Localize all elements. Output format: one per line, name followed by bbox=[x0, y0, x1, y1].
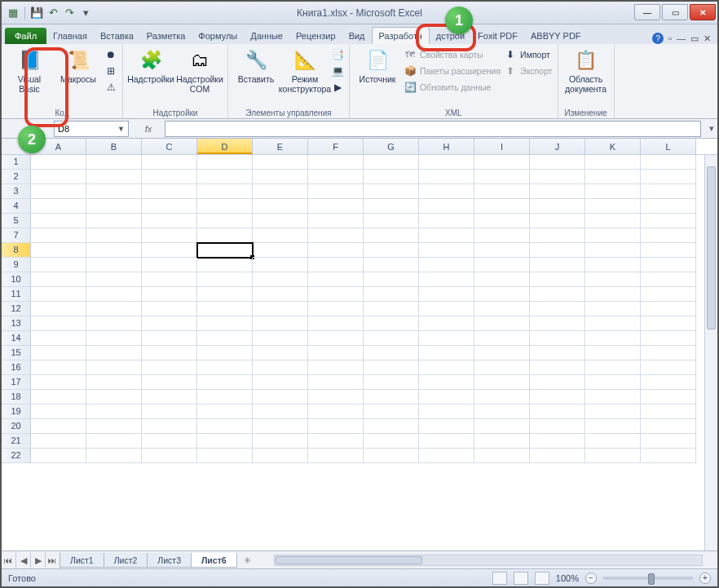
cell-E9[interactable] bbox=[253, 258, 308, 272]
row-header-14[interactable]: 14 bbox=[2, 331, 31, 346]
cell-G9[interactable] bbox=[364, 258, 419, 272]
cell-C17[interactable] bbox=[142, 375, 197, 390]
cell-H4[interactable] bbox=[419, 199, 474, 214]
cell-K12[interactable] bbox=[585, 302, 641, 316]
row-header-1[interactable]: 1 bbox=[2, 155, 31, 170]
cell-J21[interactable] bbox=[530, 434, 585, 449]
cell-D21[interactable] bbox=[197, 434, 253, 449]
cell-E21[interactable] bbox=[253, 434, 308, 449]
cell-H12[interactable] bbox=[419, 302, 474, 316]
cell-A18[interactable] bbox=[31, 390, 86, 405]
cell-A21[interactable] bbox=[31, 434, 86, 449]
cell-E10[interactable] bbox=[253, 272, 308, 287]
select-all-corner[interactable] bbox=[2, 139, 31, 154]
design-mode-button[interactable]: 📐 Режим конструктора bbox=[282, 46, 328, 94]
sheet-tab-Лист6[interactable]: Лист6 bbox=[191, 553, 237, 568]
col-header-H[interactable]: H bbox=[419, 139, 474, 154]
cell-E12[interactable] bbox=[253, 302, 308, 316]
cell-H13[interactable] bbox=[419, 316, 474, 331]
cell-H20[interactable] bbox=[419, 419, 474, 434]
row-header-22[interactable]: 22 bbox=[2, 449, 31, 463]
cell-K18[interactable] bbox=[585, 390, 641, 405]
col-header-F[interactable]: F bbox=[308, 139, 364, 154]
tab-insert[interactable]: Вставка bbox=[94, 28, 140, 44]
cell-I9[interactable] bbox=[474, 258, 530, 272]
cell-H16[interactable] bbox=[419, 360, 474, 375]
cell-E20[interactable] bbox=[253, 419, 308, 434]
row-header-10[interactable]: 10 bbox=[2, 272, 31, 287]
cell-I10[interactable] bbox=[474, 272, 530, 287]
addins-button[interactable]: 🧩 Надстройки bbox=[128, 46, 174, 85]
cell-L5[interactable] bbox=[641, 214, 696, 228]
cell-I1[interactable] bbox=[474, 155, 530, 170]
cell-A14[interactable] bbox=[31, 331, 86, 346]
cell-I13[interactable] bbox=[474, 316, 530, 331]
cell-K3[interactable] bbox=[585, 184, 641, 199]
zoom-in-button[interactable]: + bbox=[699, 573, 711, 584]
col-header-J[interactable]: J bbox=[530, 139, 585, 154]
cell-K9[interactable] bbox=[585, 258, 641, 272]
cell-L17[interactable] bbox=[641, 375, 696, 390]
cell-D15[interactable] bbox=[197, 346, 253, 360]
cell-L10[interactable] bbox=[641, 272, 696, 287]
cell-A5[interactable] bbox=[31, 214, 86, 228]
cell-J7[interactable] bbox=[530, 228, 585, 243]
sheet-nav-prev[interactable]: ◀ bbox=[16, 552, 31, 568]
cell-H14[interactable] bbox=[419, 331, 474, 346]
cell-D17[interactable] bbox=[197, 375, 253, 390]
col-header-A[interactable]: A bbox=[31, 139, 86, 154]
cell-I15[interactable] bbox=[474, 346, 530, 360]
fx-button[interactable]: fx bbox=[132, 124, 165, 134]
cell-A4[interactable] bbox=[31, 199, 86, 214]
cell-C22[interactable] bbox=[142, 449, 197, 463]
view-pagebreak-button[interactable] bbox=[535, 572, 549, 585]
cell-A11[interactable] bbox=[31, 287, 86, 302]
tab-data[interactable]: Данные bbox=[244, 28, 289, 44]
cell-G18[interactable] bbox=[364, 390, 419, 405]
col-header-B[interactable]: B bbox=[86, 139, 142, 154]
cell-C14[interactable] bbox=[142, 331, 197, 346]
cell-J11[interactable] bbox=[530, 287, 585, 302]
cell-L14[interactable] bbox=[641, 331, 696, 346]
cell-F7[interactable] bbox=[308, 228, 364, 243]
formula-expand-icon[interactable]: ▾ bbox=[706, 123, 717, 134]
tab-file[interactable]: Файл bbox=[5, 28, 46, 44]
cell-B12[interactable] bbox=[86, 302, 142, 316]
cell-B3[interactable] bbox=[86, 184, 142, 199]
cell-H9[interactable] bbox=[419, 258, 474, 272]
help-icon[interactable]: ? bbox=[652, 33, 664, 44]
cell-G12[interactable] bbox=[364, 302, 419, 316]
cell-J1[interactable] bbox=[530, 155, 585, 170]
cell-B20[interactable] bbox=[86, 419, 142, 434]
col-header-E[interactable]: E bbox=[253, 139, 308, 154]
name-box[interactable]: D8 ▼ bbox=[54, 121, 129, 137]
sheet-nav-last[interactable]: ⏭ bbox=[46, 552, 60, 568]
cell-K22[interactable] bbox=[585, 449, 641, 463]
cell-F15[interactable] bbox=[308, 346, 364, 360]
cell-L20[interactable] bbox=[641, 419, 696, 434]
cell-E11[interactable] bbox=[253, 287, 308, 302]
cell-C7[interactable] bbox=[142, 228, 197, 243]
col-header-K[interactable]: K bbox=[585, 139, 641, 154]
cell-H10[interactable] bbox=[419, 272, 474, 287]
cell-A3[interactable] bbox=[31, 184, 86, 199]
undo-icon[interactable]: ↶ bbox=[46, 7, 60, 20]
cell-C9[interactable] bbox=[142, 258, 197, 272]
cell-G5[interactable] bbox=[364, 214, 419, 228]
cell-F19[interactable] bbox=[308, 405, 364, 419]
cell-D20[interactable] bbox=[197, 419, 253, 434]
cell-D12[interactable] bbox=[197, 302, 253, 316]
cell-F8[interactable] bbox=[308, 243, 364, 258]
cell-J15[interactable] bbox=[530, 346, 585, 360]
doc-close-icon[interactable]: ✕ bbox=[704, 33, 711, 44]
cell-H1[interactable] bbox=[419, 155, 474, 170]
cell-G4[interactable] bbox=[364, 199, 419, 214]
cell-A9[interactable] bbox=[31, 258, 86, 272]
cell-C10[interactable] bbox=[142, 272, 197, 287]
cell-L4[interactable] bbox=[641, 199, 696, 214]
cell-E7[interactable] bbox=[253, 228, 308, 243]
cell-C21[interactable] bbox=[142, 434, 197, 449]
row-header-2[interactable]: 2 bbox=[2, 170, 31, 184]
sheet-tab-Лист3[interactable]: Лист3 bbox=[147, 553, 192, 568]
cell-A20[interactable] bbox=[31, 419, 86, 434]
